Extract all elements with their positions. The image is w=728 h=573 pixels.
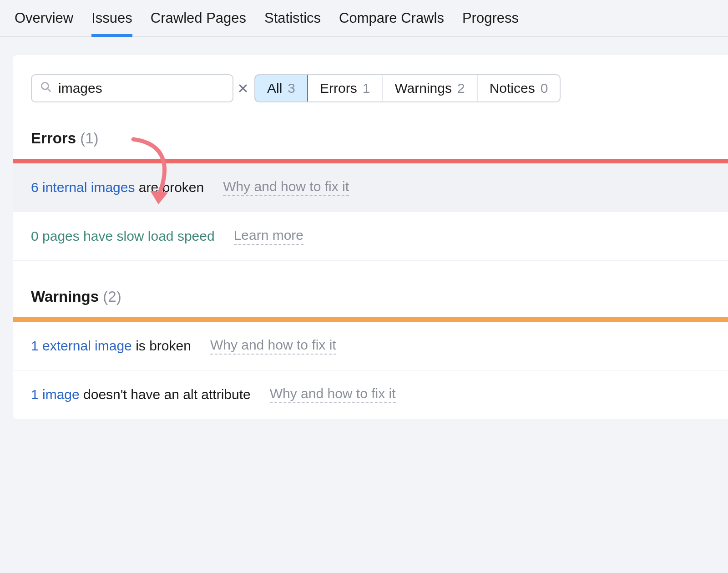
why-how-link[interactable]: Why and how to fix it	[210, 337, 336, 355]
tab-statistics[interactable]: Statistics	[264, 10, 321, 36]
clear-search-icon[interactable]	[238, 83, 248, 94]
why-how-link[interactable]: Why and how to fix it	[270, 386, 396, 403]
issue-row-broken-external-image[interactable]: 1 external image is broken Why and how t…	[13, 322, 728, 370]
learn-more-link[interactable]: Learn more	[234, 228, 303, 245]
issue-link[interactable]: 0 pages have slow load speed	[31, 228, 215, 243]
filter-errors[interactable]: Errors 1	[307, 75, 382, 101]
warnings-bar	[13, 317, 728, 322]
warnings-heading: Warnings (2)	[13, 261, 728, 317]
filter-errors-count: 1	[363, 81, 370, 96]
filter-warnings[interactable]: Warnings 2	[382, 75, 476, 101]
warnings-count: (2)	[103, 288, 121, 305]
tab-progress[interactable]: Progress	[462, 10, 519, 36]
search-input[interactable]	[58, 81, 231, 96]
search-icon	[40, 81, 52, 96]
top-nav: Overview Issues Crawled Pages Statistics…	[0, 0, 728, 37]
warnings-title: Warnings	[31, 288, 99, 305]
errors-bar	[13, 159, 728, 163]
svg-line-1	[48, 88, 51, 91]
issue-link[interactable]: 1 image	[31, 387, 80, 402]
tab-issues[interactable]: Issues	[91, 10, 132, 36]
filter-all-label: All	[267, 81, 282, 96]
why-how-link[interactable]: Why and how to fix it	[223, 179, 349, 196]
tab-compare-crawls[interactable]: Compare Crawls	[339, 10, 444, 36]
filter-errors-label: Errors	[320, 81, 357, 96]
filter-warnings-count: 2	[457, 81, 465, 96]
filter-notices-count: 0	[541, 81, 548, 96]
issue-text: doesn't have an alt attribute	[80, 387, 251, 402]
issue-type-filter: All 3 Errors 1 Warnings 2 Notices 0	[254, 74, 561, 102]
filter-all[interactable]: All 3	[254, 74, 308, 102]
filter-all-count: 3	[288, 81, 295, 96]
filters-row: All 3 Errors 1 Warnings 2 Notices 0	[13, 55, 728, 102]
filter-warnings-label: Warnings	[394, 81, 452, 96]
issue-text: are broken	[135, 180, 204, 195]
search-box[interactable]	[31, 74, 233, 102]
issue-row-missing-alt[interactable]: 1 image doesn't have an alt attribute Wh…	[13, 370, 728, 419]
errors-title: Errors	[31, 130, 76, 147]
issues-card: All 3 Errors 1 Warnings 2 Notices 0 Erro…	[13, 55, 728, 419]
issue-link[interactable]: 1 external image	[31, 338, 132, 353]
errors-count: (1)	[80, 130, 98, 147]
errors-heading: Errors (1)	[13, 102, 728, 159]
tab-crawled-pages[interactable]: Crawled Pages	[151, 10, 246, 36]
tab-overview[interactable]: Overview	[15, 10, 73, 36]
issue-row-slow-load[interactable]: 0 pages have slow load speed Learn more	[13, 212, 728, 261]
issue-row-broken-internal-images[interactable]: 6 internal images are broken Why and how…	[13, 163, 728, 212]
issue-text: is broken	[132, 338, 191, 353]
filter-notices[interactable]: Notices 0	[477, 75, 560, 101]
filter-notices-label: Notices	[490, 81, 535, 96]
issue-link[interactable]: 6 internal images	[31, 180, 135, 195]
